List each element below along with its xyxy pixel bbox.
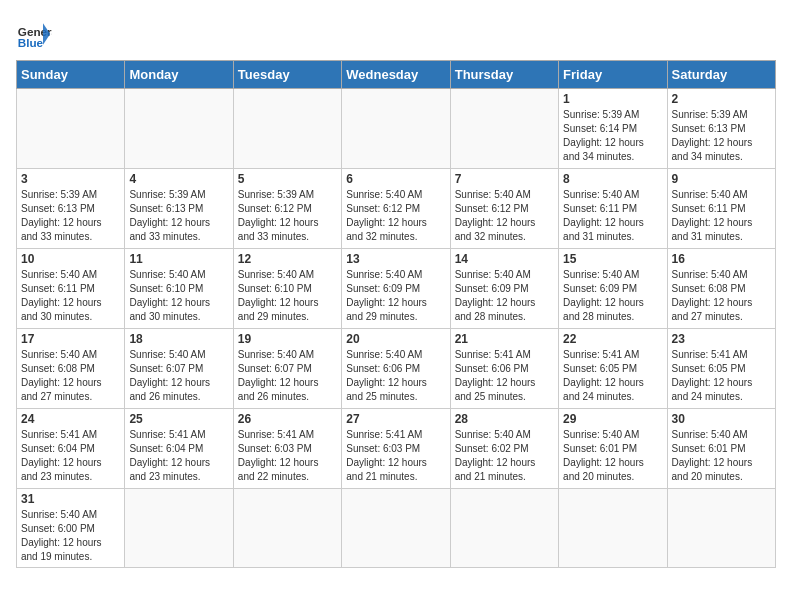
calendar-cell	[667, 489, 775, 568]
day-info: Sunrise: 5:40 AM Sunset: 6:07 PM Dayligh…	[238, 348, 337, 404]
calendar-cell	[233, 89, 341, 169]
day-info: Sunrise: 5:40 AM Sunset: 6:11 PM Dayligh…	[672, 188, 771, 244]
calendar-cell	[125, 489, 233, 568]
day-number: 30	[672, 412, 771, 426]
day-info: Sunrise: 5:40 AM Sunset: 6:07 PM Dayligh…	[129, 348, 228, 404]
day-info: Sunrise: 5:39 AM Sunset: 6:14 PM Dayligh…	[563, 108, 662, 164]
day-info: Sunrise: 5:40 AM Sunset: 6:09 PM Dayligh…	[346, 268, 445, 324]
day-number: 3	[21, 172, 120, 186]
calendar-cell: 16Sunrise: 5:40 AM Sunset: 6:08 PM Dayli…	[667, 249, 775, 329]
day-info: Sunrise: 5:40 AM Sunset: 6:08 PM Dayligh…	[21, 348, 120, 404]
day-number: 7	[455, 172, 554, 186]
page-header: General Blue	[16, 16, 776, 52]
day-number: 26	[238, 412, 337, 426]
calendar-cell: 4Sunrise: 5:39 AM Sunset: 6:13 PM Daylig…	[125, 169, 233, 249]
calendar-cell: 8Sunrise: 5:40 AM Sunset: 6:11 PM Daylig…	[559, 169, 667, 249]
day-info: Sunrise: 5:39 AM Sunset: 6:13 PM Dayligh…	[21, 188, 120, 244]
calendar-cell: 9Sunrise: 5:40 AM Sunset: 6:11 PM Daylig…	[667, 169, 775, 249]
day-info: Sunrise: 5:40 AM Sunset: 6:08 PM Dayligh…	[672, 268, 771, 324]
day-info: Sunrise: 5:41 AM Sunset: 6:05 PM Dayligh…	[672, 348, 771, 404]
day-number: 4	[129, 172, 228, 186]
day-number: 29	[563, 412, 662, 426]
day-info: Sunrise: 5:40 AM Sunset: 6:01 PM Dayligh…	[672, 428, 771, 484]
calendar-cell: 26Sunrise: 5:41 AM Sunset: 6:03 PM Dayli…	[233, 409, 341, 489]
day-number: 27	[346, 412, 445, 426]
day-number: 5	[238, 172, 337, 186]
logo-icon: General Blue	[16, 16, 52, 52]
day-info: Sunrise: 5:41 AM Sunset: 6:03 PM Dayligh…	[238, 428, 337, 484]
weekday-header-tuesday: Tuesday	[233, 61, 341, 89]
calendar-cell: 5Sunrise: 5:39 AM Sunset: 6:12 PM Daylig…	[233, 169, 341, 249]
calendar-cell: 18Sunrise: 5:40 AM Sunset: 6:07 PM Dayli…	[125, 329, 233, 409]
calendar-cell: 2Sunrise: 5:39 AM Sunset: 6:13 PM Daylig…	[667, 89, 775, 169]
day-number: 2	[672, 92, 771, 106]
day-number: 21	[455, 332, 554, 346]
weekday-header-saturday: Saturday	[667, 61, 775, 89]
calendar-week-3: 10Sunrise: 5:40 AM Sunset: 6:11 PM Dayli…	[17, 249, 776, 329]
day-info: Sunrise: 5:40 AM Sunset: 6:11 PM Dayligh…	[563, 188, 662, 244]
calendar-cell: 30Sunrise: 5:40 AM Sunset: 6:01 PM Dayli…	[667, 409, 775, 489]
logo: General Blue	[16, 16, 56, 52]
svg-text:Blue: Blue	[18, 36, 44, 49]
calendar-cell: 6Sunrise: 5:40 AM Sunset: 6:12 PM Daylig…	[342, 169, 450, 249]
calendar-week-5: 24Sunrise: 5:41 AM Sunset: 6:04 PM Dayli…	[17, 409, 776, 489]
calendar-cell	[559, 489, 667, 568]
weekday-header-wednesday: Wednesday	[342, 61, 450, 89]
day-info: Sunrise: 5:40 AM Sunset: 6:11 PM Dayligh…	[21, 268, 120, 324]
day-info: Sunrise: 5:40 AM Sunset: 6:06 PM Dayligh…	[346, 348, 445, 404]
calendar-cell	[125, 89, 233, 169]
day-number: 28	[455, 412, 554, 426]
calendar-week-2: 3Sunrise: 5:39 AM Sunset: 6:13 PM Daylig…	[17, 169, 776, 249]
day-number: 10	[21, 252, 120, 266]
calendar-cell: 12Sunrise: 5:40 AM Sunset: 6:10 PM Dayli…	[233, 249, 341, 329]
day-info: Sunrise: 5:41 AM Sunset: 6:06 PM Dayligh…	[455, 348, 554, 404]
calendar-cell: 27Sunrise: 5:41 AM Sunset: 6:03 PM Dayli…	[342, 409, 450, 489]
day-number: 9	[672, 172, 771, 186]
day-info: Sunrise: 5:39 AM Sunset: 6:13 PM Dayligh…	[129, 188, 228, 244]
calendar-week-6: 31Sunrise: 5:40 AM Sunset: 6:00 PM Dayli…	[17, 489, 776, 568]
day-info: Sunrise: 5:40 AM Sunset: 6:02 PM Dayligh…	[455, 428, 554, 484]
calendar-cell: 13Sunrise: 5:40 AM Sunset: 6:09 PM Dayli…	[342, 249, 450, 329]
calendar-cell: 29Sunrise: 5:40 AM Sunset: 6:01 PM Dayli…	[559, 409, 667, 489]
calendar-cell: 14Sunrise: 5:40 AM Sunset: 6:09 PM Dayli…	[450, 249, 558, 329]
calendar-cell: 31Sunrise: 5:40 AM Sunset: 6:00 PM Dayli…	[17, 489, 125, 568]
calendar-cell: 15Sunrise: 5:40 AM Sunset: 6:09 PM Dayli…	[559, 249, 667, 329]
day-number: 19	[238, 332, 337, 346]
calendar-cell: 22Sunrise: 5:41 AM Sunset: 6:05 PM Dayli…	[559, 329, 667, 409]
calendar-cell	[233, 489, 341, 568]
day-info: Sunrise: 5:39 AM Sunset: 6:13 PM Dayligh…	[672, 108, 771, 164]
day-info: Sunrise: 5:40 AM Sunset: 6:00 PM Dayligh…	[21, 508, 120, 564]
calendar-cell: 19Sunrise: 5:40 AM Sunset: 6:07 PM Dayli…	[233, 329, 341, 409]
day-info: Sunrise: 5:41 AM Sunset: 6:03 PM Dayligh…	[346, 428, 445, 484]
calendar-cell	[342, 489, 450, 568]
day-number: 23	[672, 332, 771, 346]
calendar-cell: 23Sunrise: 5:41 AM Sunset: 6:05 PM Dayli…	[667, 329, 775, 409]
day-number: 6	[346, 172, 445, 186]
weekday-header-monday: Monday	[125, 61, 233, 89]
day-number: 16	[672, 252, 771, 266]
calendar-header-row: SundayMondayTuesdayWednesdayThursdayFrid…	[17, 61, 776, 89]
calendar-cell: 7Sunrise: 5:40 AM Sunset: 6:12 PM Daylig…	[450, 169, 558, 249]
calendar-cell	[342, 89, 450, 169]
calendar-cell: 25Sunrise: 5:41 AM Sunset: 6:04 PM Dayli…	[125, 409, 233, 489]
day-number: 1	[563, 92, 662, 106]
day-number: 24	[21, 412, 120, 426]
calendar-cell	[17, 89, 125, 169]
day-info: Sunrise: 5:40 AM Sunset: 6:09 PM Dayligh…	[563, 268, 662, 324]
weekday-header-friday: Friday	[559, 61, 667, 89]
calendar-cell: 10Sunrise: 5:40 AM Sunset: 6:11 PM Dayli…	[17, 249, 125, 329]
day-number: 17	[21, 332, 120, 346]
day-info: Sunrise: 5:39 AM Sunset: 6:12 PM Dayligh…	[238, 188, 337, 244]
day-number: 31	[21, 492, 120, 506]
day-info: Sunrise: 5:40 AM Sunset: 6:12 PM Dayligh…	[346, 188, 445, 244]
calendar-week-1: 1Sunrise: 5:39 AM Sunset: 6:14 PM Daylig…	[17, 89, 776, 169]
weekday-header-thursday: Thursday	[450, 61, 558, 89]
calendar-cell: 28Sunrise: 5:40 AM Sunset: 6:02 PM Dayli…	[450, 409, 558, 489]
day-number: 14	[455, 252, 554, 266]
day-number: 13	[346, 252, 445, 266]
day-info: Sunrise: 5:40 AM Sunset: 6:09 PM Dayligh…	[455, 268, 554, 324]
calendar-cell: 3Sunrise: 5:39 AM Sunset: 6:13 PM Daylig…	[17, 169, 125, 249]
day-info: Sunrise: 5:40 AM Sunset: 6:10 PM Dayligh…	[238, 268, 337, 324]
day-info: Sunrise: 5:41 AM Sunset: 6:04 PM Dayligh…	[129, 428, 228, 484]
day-info: Sunrise: 5:40 AM Sunset: 6:12 PM Dayligh…	[455, 188, 554, 244]
